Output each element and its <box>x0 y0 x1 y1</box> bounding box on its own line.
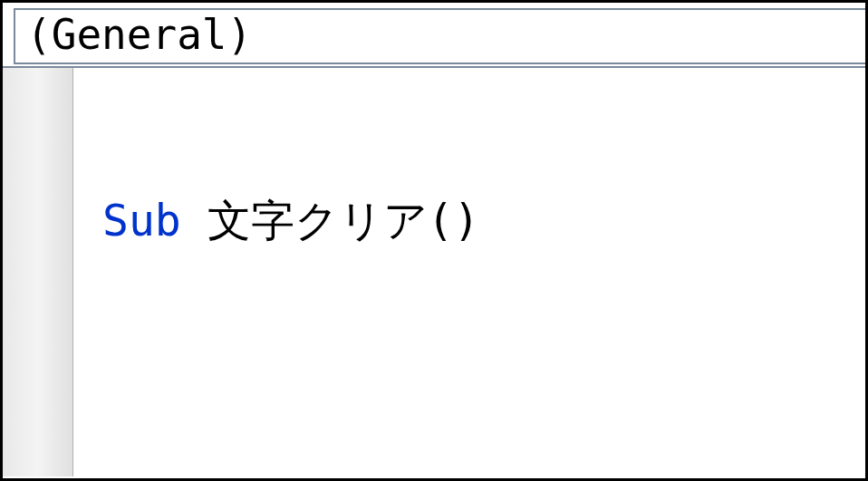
code-line-2-blank <box>102 356 865 410</box>
keyword-sub: Sub <box>102 195 181 245</box>
sub-name: 文字クリア() <box>181 195 480 245</box>
margin-indicator-bar <box>3 68 73 476</box>
code-editor-area: Sub 文字クリア() Sheets("練習").Select Range("B… <box>3 66 865 476</box>
object-dropdown[interactable]: (General) <box>14 8 865 64</box>
object-dropdown-value: (General) <box>26 14 252 55</box>
code-pane[interactable]: Sub 文字クリア() Sheets("練習").Select Range("B… <box>73 68 865 476</box>
code-line-1: Sub 文字クリア() <box>102 193 865 247</box>
